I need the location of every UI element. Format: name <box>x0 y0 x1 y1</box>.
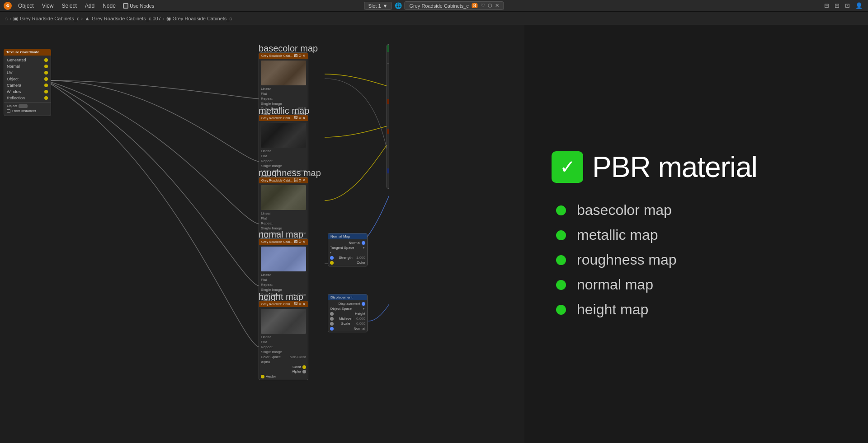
roughness-row-single: Single Image <box>259 226 308 231</box>
displacement-scale-socket <box>330 322 334 326</box>
displacement-out-socket <box>362 302 365 306</box>
breadcrumb-label-2: Grey Roadside Cabinets_c <box>173 16 232 21</box>
metallic-header-icons: 🖼 ⚙ ✕ <box>294 116 306 120</box>
height-tex-header: Grey Roadside Cabi... 🖼 ⚙ ✕ <box>259 301 308 307</box>
tc-normal-socket <box>44 65 48 68</box>
normal-row-colorspace: Color Space Non-Color <box>259 292 308 297</box>
height-tex-node[interactable]: Grey Roadside Cabi... 🖼 ⚙ ✕ Linear Flat … <box>259 301 308 380</box>
height-row-linear: Linear <box>259 335 308 340</box>
normal-icon-close[interactable]: ✕ <box>302 240 306 244</box>
breadcrumb-icon-1: ▲ <box>85 15 90 22</box>
bsdf-cc-roughness: Clearcoat Roughness 0.030 <box>387 139 389 144</box>
bsdf-rw-row: Random Walk <box>387 58 389 63</box>
pbr-item-basecolor: basecolor map <box>556 202 841 219</box>
tc-obj-label: Object <box>7 104 17 108</box>
menu-object[interactable]: Object <box>14 2 38 10</box>
bsdf-alpha: Alpha 1.000 <box>387 168 389 173</box>
bsdf-trans-roughness: Transmission Roughness 0.000 <box>387 154 389 159</box>
normal-map-tangent-row: Tangent Space ▼ <box>328 245 367 250</box>
normal-map-color-in: Color <box>328 260 367 265</box>
displacement-height-in: Height <box>328 311 367 316</box>
displacement-node[interactable]: Displacement Displacement Object Space ▼… <box>328 294 368 332</box>
slot-selector[interactable]: Slot 1 ▼ <box>364 2 392 10</box>
height-vector-row: Vector <box>259 374 308 379</box>
height-alpha-out: Alpha <box>292 369 306 373</box>
topbar-icon-2[interactable]: ⊞ <box>833 1 841 10</box>
topbar-icon-3[interactable]: ⊡ <box>843 1 852 10</box>
tc-normal-label: Normal <box>7 64 20 69</box>
breadcrumb-item-1[interactable]: ▲ Grey Roadside Cabinets_c.007 <box>85 15 161 22</box>
tc-reflection-label: Reflection <box>7 96 25 100</box>
metallic-row-repeat: Repeat <box>259 159 308 163</box>
bsdf-normal: Normal <box>387 173 389 178</box>
menu-view[interactable]: View <box>38 2 57 10</box>
texture-coord-title: Texture Coordinate <box>6 50 39 54</box>
blender-logo[interactable]: ⚙ <box>4 2 12 10</box>
slot-dropdown-icon: ▼ <box>383 3 388 9</box>
pbr-dot-height <box>556 305 566 315</box>
topbar-icon-1[interactable]: ⊟ <box>822 1 831 10</box>
height-row-outputs: Color Alpha <box>259 364 308 374</box>
use-nodes-checkbox[interactable] <box>123 3 128 9</box>
height-icon-close[interactable]: ✕ <box>302 302 306 306</box>
basecolor-row-single: Single Image <box>259 101 308 106</box>
normal-preview-inner <box>261 247 306 271</box>
basecolor-icon-img: 🖼 <box>294 54 297 58</box>
basecolor-filename: Grey Roadside Cabi... <box>261 54 292 57</box>
tc-reflection: Reflection <box>4 95 51 101</box>
tc-object-label: Object <box>7 77 19 81</box>
material-close-icon[interactable]: ✕ <box>495 3 499 9</box>
menu-add[interactable]: Add <box>81 2 98 10</box>
roughness-filename: Grey Roadside Cabi... <box>261 179 292 182</box>
normal-icon-img: 🖼 <box>294 240 297 244</box>
height-row-colorspace: Color Space Non-Color <box>259 354 308 359</box>
bsdf-spec-tint: Specular Tint 0.000 <box>387 104 389 109</box>
normal-map-node-body: Normal Tangent Space ▼ • Strength 1.000 <box>328 239 367 266</box>
normal-map-normal-out: Normal <box>328 240 367 245</box>
roughness-row-repeat: Repeat <box>259 221 308 226</box>
metallic-icon-close[interactable]: ✕ <box>302 116 306 120</box>
displacement-midlevel-socket <box>330 317 334 321</box>
node-editor[interactable]: Texture Coordinate Generated Normal UV O… <box>0 25 389 443</box>
material-heart-icon: ♡ <box>481 3 485 9</box>
pbr-item-roughness: roughness map <box>556 252 841 268</box>
normal-row-single: Single Image <box>259 287 308 292</box>
bsdf-tangent: Tangent <box>387 183 389 188</box>
breadcrumb-item-0[interactable]: ▣ Grey Roadside Cabinets_c <box>13 15 79 22</box>
texture-coord-node[interactable]: Texture Coordinate Generated Normal UV O… <box>4 49 51 116</box>
basecolor-icon-close[interactable]: ✕ <box>302 54 306 58</box>
topbar-user-icon[interactable]: 👤 <box>854 1 864 10</box>
pbr-title: PBR material <box>592 150 757 184</box>
bsdf-clearcoat: Clearcoat 0.000 <box>387 134 389 139</box>
tc-instancer-checkbox[interactable] <box>7 109 10 113</box>
bsdf-sub-radius: Subsurface Radius <box>387 74 389 79</box>
bsdf-cc-normal: Clearcoat Normal <box>387 178 389 183</box>
tc-object: Object <box>4 76 51 82</box>
height-color-socket <box>302 365 306 369</box>
breadcrumb-item-2[interactable]: ◉ Grey Roadside Cabinets_c <box>166 15 232 22</box>
slot-label: Slot 1 <box>368 3 381 9</box>
height-tex-body: Linear Flat Repeat Single Image Color Sp… <box>259 307 308 380</box>
height-vector-socket <box>261 375 264 378</box>
breadcrumb-label-0: Grey Roadside Cabinets_c <box>20 16 79 21</box>
bsdf-node[interactable]: Principled BSDF BSDF GGX Random Walk Bas… <box>387 44 389 189</box>
breadcrumb-home-icon: ⌂ <box>5 15 8 22</box>
height-row-flat: Flat <box>259 340 308 345</box>
bsdf-body: GGX Random Walk Base Color Subsurface 0. <box>387 52 389 188</box>
bsdf-roughness: Roughness <box>387 109 389 114</box>
height-icon-img: 🖼 <box>294 302 297 306</box>
basecolor-row-flat: Flat <box>259 91 308 96</box>
basecolor-row-repeat: Repeat <box>259 96 308 101</box>
basecolor-icon-settings: ⚙ <box>298 54 302 58</box>
height-outputs: Color Alpha <box>292 365 306 373</box>
menu-node[interactable]: Node <box>99 2 119 10</box>
roughness-icon-close[interactable]: ✕ <box>302 178 306 182</box>
bsdf-sub-color: Subsurface Color <box>387 79 389 84</box>
material-name-badge[interactable]: Grey Roadside Cabinets_c 8 ♡ ⬡ ✕ <box>405 1 504 10</box>
bsdf-aniso: Anisotropic 0.000 <box>387 114 389 119</box>
height-color-out: Color <box>292 365 306 369</box>
menu-select[interactable]: Select <box>58 2 80 10</box>
displacement-midlevel: Midlevel 0.000 <box>328 316 367 321</box>
normal-map-node[interactable]: Normal Map Normal Tangent Space ▼ • Stre… <box>328 233 368 266</box>
pbr-area: ✓ PBR material basecolor map metallic ma… <box>524 25 868 443</box>
